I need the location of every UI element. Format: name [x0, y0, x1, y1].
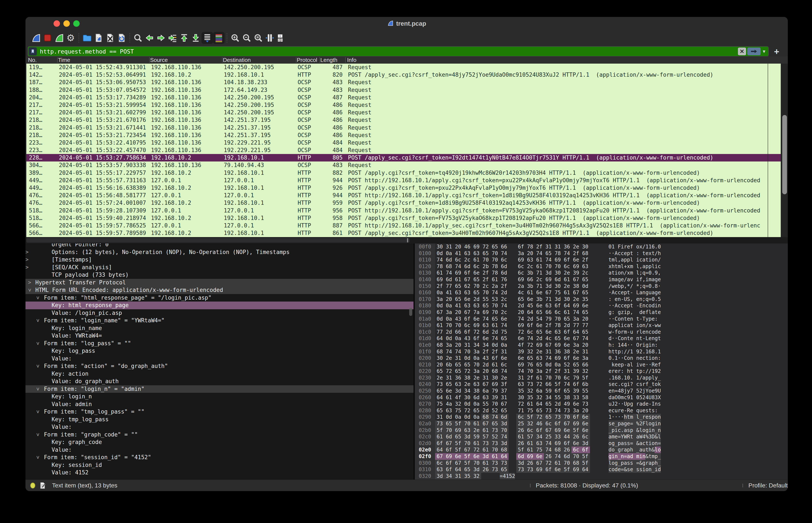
ascii-char[interactable]: 2 — [512, 473, 515, 480]
hex-byte[interactable]: 35 — [463, 473, 472, 480]
ascii-char[interactable]: * — [636, 283, 639, 290]
hex-byte[interactable]: 68 — [444, 263, 454, 270]
ascii-char[interactable]: g — [609, 453, 612, 460]
ascii-char[interactable]: · — [645, 362, 648, 368]
ascii-char[interactable]: r — [639, 342, 642, 348]
ascii-char[interactable]: h — [630, 447, 633, 453]
ascii-char[interactable]: 7 — [630, 387, 633, 394]
packet-row[interactable]: 476…2024-05-01 15:56:48.581777127.0.0.11… — [26, 192, 781, 199]
hex-byte[interactable]: 79 — [544, 316, 553, 322]
hex-byte[interactable]: 70 — [562, 460, 572, 467]
hex-byte[interactable]: 61 — [435, 270, 444, 276]
ascii-char[interactable]: n — [658, 420, 661, 427]
packet-row[interactable]: 119…2024-05-01 15:52:43.911301192.168.11… — [26, 64, 781, 71]
ascii-char[interactable]: s — [639, 381, 642, 387]
hex-byte[interactable]: 32 — [525, 348, 535, 355]
hex-byte[interactable]: 70 — [544, 375, 553, 381]
ascii-char[interactable]: a — [621, 440, 624, 447]
tree-row[interactable]: Key: login_n — [25, 393, 413, 400]
ascii-char[interactable]: _ — [636, 447, 639, 453]
ascii-char[interactable]: ; — [639, 283, 642, 290]
ascii-char[interactable]: 0 — [609, 355, 612, 362]
hex-byte[interactable]: 72 — [525, 342, 535, 348]
hex-byte[interactable]: 66 — [499, 244, 509, 250]
hex-byte[interactable]: 0a — [444, 302, 454, 309]
hex-byte[interactable]: 65 — [581, 289, 590, 296]
packet-row[interactable]: 566…2024-05-01 15:59:57.786525127.0.0.11… — [26, 222, 781, 229]
ascii-char[interactable]: t — [612, 270, 614, 276]
ascii-char[interactable]: J — [612, 401, 614, 407]
hex-byte[interactable]: 34 — [444, 473, 454, 480]
ascii-char[interactable]: E — [639, 302, 642, 309]
tree-row[interactable]: Value: — [25, 446, 413, 454]
ascii-char[interactable]: e — [649, 335, 652, 342]
ascii-char[interactable]: · — [618, 414, 621, 420]
ascii-char[interactable]: t — [654, 309, 658, 316]
ascii-char[interactable]: l — [639, 427, 642, 434]
hex-byte[interactable]: 69 — [516, 276, 525, 283]
ascii-char[interactable]: m — [612, 256, 614, 263]
hex-byte[interactable]: 6c — [454, 256, 463, 263]
ascii-char[interactable]: i — [649, 440, 652, 447]
hex-byte[interactable]: 61 — [535, 256, 544, 263]
chevron-down-icon[interactable]: > — [34, 296, 41, 299]
ascii-char[interactable]: = — [649, 296, 652, 303]
hex-byte[interactable]: 74 — [490, 335, 499, 342]
hex-byte[interactable]: 2a — [516, 283, 525, 290]
ascii-char[interactable] — [633, 316, 636, 322]
ascii-char[interactable]: t — [614, 348, 617, 355]
hex-byte[interactable]: 38 — [472, 387, 481, 394]
reload-file-icon[interactable] — [116, 32, 127, 44]
ascii-char[interactable]: C — [618, 335, 621, 342]
ascii-char[interactable]: t — [639, 335, 642, 342]
hex-byte[interactable]: 31 — [544, 348, 553, 355]
ascii-char[interactable]: p — [627, 401, 630, 407]
hex-byte[interactable]: 65 — [463, 466, 472, 473]
ascii-char[interactable]: & — [636, 440, 639, 447]
ascii-char[interactable]: : — [658, 355, 661, 362]
hex-byte[interactable]: 20 — [454, 342, 463, 348]
hex-byte[interactable]: 70 — [472, 460, 481, 467]
packet-row[interactable]: 218…2024-05-01 15:53:21.670176192.168.11… — [26, 116, 781, 124]
ascii-char[interactable]: e — [639, 355, 642, 362]
tree-row[interactable]: >Hypertext Transfer Protocol — [25, 279, 413, 287]
ascii-char[interactable]: o — [636, 244, 639, 250]
ascii-char[interactable]: g — [612, 440, 614, 447]
ascii-char[interactable]: a — [624, 427, 627, 434]
hex-byte[interactable]: 65 — [544, 250, 553, 257]
ascii-char[interactable]: : — [642, 368, 645, 375]
ascii-char[interactable]: r — [642, 414, 645, 420]
splitter-grip[interactable] — [407, 238, 408, 242]
ascii-char[interactable]: n — [621, 270, 624, 276]
hex-byte[interactable]: 70 — [525, 368, 535, 375]
hex-byte[interactable]: 32 — [525, 387, 535, 394]
ascii-char[interactable]: _ — [618, 453, 621, 460]
ascii-char[interactable]: / — [654, 250, 658, 257]
hex-byte[interactable]: 63 — [481, 322, 491, 329]
hex-byte[interactable]: 72 — [544, 460, 553, 467]
ascii-char[interactable]: 8 — [652, 348, 654, 355]
hex-byte[interactable]: 6f — [572, 381, 581, 387]
tree-row[interactable]: Key: graph_code — [25, 438, 413, 446]
ascii-char[interactable] — [633, 381, 636, 387]
hex-byte[interactable]: 65 — [435, 407, 444, 414]
ascii-char[interactable]: . — [652, 283, 654, 290]
packet-row[interactable]: 223…2024-05-01 15:53:22.457470192.168.11… — [26, 146, 781, 154]
ascii-char[interactable] — [658, 407, 661, 414]
ascii-char[interactable]: t — [614, 263, 617, 270]
hex-byte[interactable]: 6e — [499, 355, 509, 362]
ascii-char[interactable]: c — [649, 329, 652, 336]
hex-byte[interactable]: 3d — [516, 460, 525, 467]
hex-byte[interactable]: 2f — [553, 368, 562, 375]
hex-byte[interactable]: 52 — [562, 362, 572, 368]
ascii-char[interactable]: c — [642, 440, 645, 447]
hex-byte[interactable]: 35 — [516, 387, 525, 394]
ascii-char[interactable]: i — [624, 309, 627, 316]
ascii-char[interactable]: o — [652, 256, 654, 263]
hex-byte[interactable]: 2e — [472, 427, 481, 434]
hex-byte[interactable]: 2c — [535, 276, 544, 283]
hex-byte[interactable]: 65 — [435, 368, 444, 375]
hex-byte[interactable]: 6e — [562, 335, 572, 342]
horizontal-scrollbar-thumb[interactable] — [26, 238, 410, 243]
ascii-char[interactable]: c — [621, 302, 624, 309]
